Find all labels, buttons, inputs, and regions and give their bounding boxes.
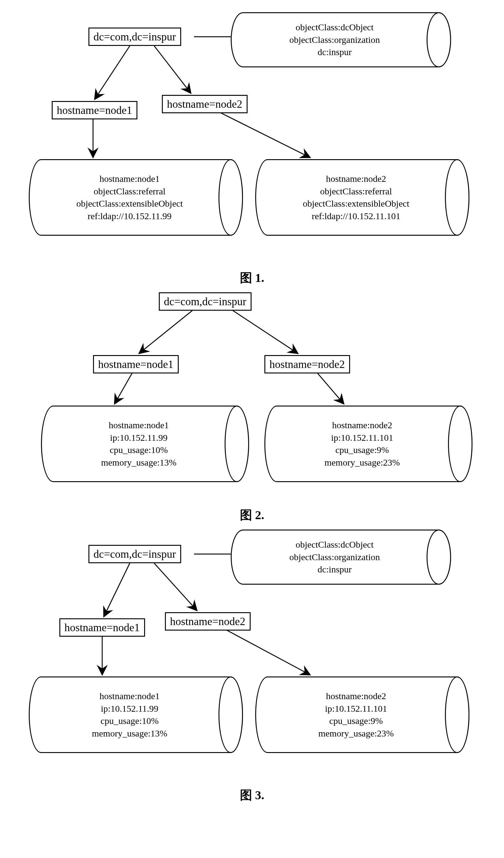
svg-line-2 [154, 46, 191, 93]
caption-3: 图 3. [6, 787, 498, 804]
node2-box: hostname=node2 [162, 95, 247, 113]
node2-cyl-text: hostname:node2 ip:10.152.11.101 cpu_usag… [280, 419, 445, 468]
node2-box: hostname=node2 [165, 612, 250, 631]
svg-line-8 [316, 372, 344, 404]
root-box: dc=com,dc=inspur [88, 28, 181, 46]
node2-box: hostname=node2 [264, 355, 350, 374]
node1-cylinder: hostname:node1 ip:10.152.11.99 cpu_usage… [29, 677, 243, 753]
root-cyl-text: objectClass:dcObject objectClass:organiz… [246, 538, 424, 576]
node1-box: hostname=node1 [59, 618, 145, 637]
caption-1: 图 1. [6, 269, 498, 286]
root-cylinder: objectClass:dcObject objectClass:organiz… [231, 529, 451, 585]
node2-cylinder: hostname:node2 ip:10.152.11.101 cpu_usag… [264, 406, 472, 482]
node2-cylinder: hostname:node2 objectClass:referral obje… [255, 159, 469, 236]
svg-line-11 [154, 563, 197, 611]
svg-line-13 [225, 629, 310, 675]
figure-2: dc=com,dc=inspur hostname=node1 hostname… [23, 286, 482, 494]
node1-box: hostname=node1 [52, 101, 137, 120]
caption-2: 图 2. [6, 507, 498, 523]
figure-3: dc=com,dc=inspur objectClass:dcObject ob… [23, 523, 482, 775]
root-box: dc=com,dc=inspur [88, 545, 181, 563]
figure-1: dc=com,dc=inspur objectClass:dcObject ob… [23, 6, 482, 257]
node2-cyl-text: hostname:node2 objectClass:referral obje… [271, 173, 442, 222]
node1-cylinder: hostname:node1 ip:10.152.11.99 cpu_usage… [41, 406, 249, 482]
svg-line-10 [104, 563, 130, 617]
svg-line-7 [114, 372, 133, 404]
node1-cyl-text: hostname:node1 ip:10.152.11.99 cpu_usage… [56, 419, 222, 468]
svg-line-1 [95, 46, 130, 99]
node1-cyl-text: hostname:node1 ip:10.152.11.99 cpu_usage… [44, 690, 215, 740]
node1-cyl-text: hostname:node1 objectClass:referral obje… [44, 173, 215, 222]
node2-cylinder: hostname:node2 ip:10.152.11.101 cpu_usag… [255, 677, 469, 753]
svg-line-5 [139, 309, 194, 353]
root-box: dc=com,dc=inspur [159, 292, 252, 311]
root-cyl-text: objectClass:dcObject objectClass:organiz… [246, 21, 424, 59]
root-cylinder: objectClass:dcObject objectClass:organiz… [231, 12, 451, 67]
node1-cylinder: hostname:node1 objectClass:referral obje… [29, 159, 243, 236]
svg-line-6 [231, 309, 298, 353]
node1-box: hostname=node1 [93, 355, 179, 374]
node2-cyl-text: hostname:node2 ip:10.152.11.101 cpu_usag… [271, 690, 442, 740]
svg-line-4 [218, 112, 310, 158]
